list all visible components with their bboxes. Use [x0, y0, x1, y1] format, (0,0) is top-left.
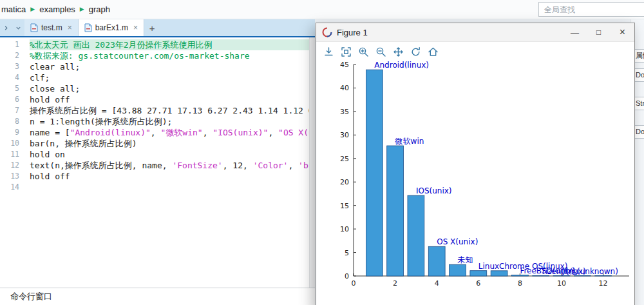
code-line[interactable]: 10bar(n, 操作系统所占比例)	[0, 138, 310, 149]
minimize-button[interactable]: —	[563, 23, 587, 41]
bar	[387, 146, 404, 276]
code-text: hold off	[30, 171, 310, 182]
command-window-header[interactable]: 命令行窗口	[0, 288, 315, 305]
line-number: 6	[0, 94, 30, 105]
plot-canvas[interactable]: 051015202530354045024681012Android(linux…	[316, 61, 634, 305]
zoom-in-icon	[358, 46, 369, 57]
pan-icon	[393, 46, 404, 57]
rotate-icon	[410, 46, 421, 57]
bar-label: 未知	[458, 255, 473, 264]
x-tick-label: 4	[435, 279, 439, 288]
tab-barex1-m[interactable]: barEx1.m ×	[79, 19, 144, 36]
close-button[interactable]: ×	[611, 23, 634, 41]
chevron-down-icon[interactable]	[12, 19, 24, 36]
close-tab-icon[interactable]: ×	[133, 23, 138, 32]
bar	[366, 70, 383, 276]
figure-titlebar[interactable]: Figure 1 — □ ×	[316, 23, 634, 42]
x-tick-label: 0	[352, 279, 356, 288]
code-text: clf;	[30, 72, 310, 83]
tab-label: test.m	[41, 23, 62, 32]
code-line[interactable]: 6hold off	[0, 94, 310, 105]
line-number: 7	[0, 105, 30, 116]
line-number: 8	[0, 116, 30, 127]
home-button[interactable]	[428, 46, 439, 57]
code-line[interactable]: 7操作系统所占比例 = [43.88 27.71 17.13 6.27 2.43…	[0, 105, 310, 116]
y-tick-label: 5	[345, 249, 349, 257]
y-tick-label: 45	[340, 61, 349, 69]
code-text: close all;	[30, 83, 310, 94]
fit-to-window-button[interactable]	[341, 46, 352, 57]
code-line[interactable]: 14	[0, 182, 310, 193]
chevron-right-icon[interactable]	[0, 19, 12, 36]
tab-test-m[interactable]: test.m ×	[24, 19, 79, 36]
breadcrumb-item[interactable]: matica	[1, 5, 26, 14]
x-tick-label: 12	[599, 279, 608, 288]
figure-window[interactable]: Figure 1 — □ ×	[316, 23, 635, 305]
code-editor[interactable]: 1%北太天元 画出 2023年2月份操作系统使用比例2%数据来源: gs.sta…	[0, 37, 310, 288]
zoom-out-icon	[375, 46, 386, 57]
new-tab-button[interactable]: +	[144, 19, 160, 36]
bar-label: 其他(unknown)	[562, 267, 618, 276]
close-tab-icon[interactable]: ×	[68, 23, 72, 32]
command-window-title: 命令行窗口	[10, 291, 52, 302]
global-search-input[interactable]	[538, 2, 644, 17]
maximize-button[interactable]: □	[587, 23, 611, 41]
export-button[interactable]	[323, 46, 334, 57]
bar	[511, 275, 528, 276]
editor-scrollbar[interactable]	[309, 37, 315, 288]
line-number: 2	[0, 50, 30, 61]
breadcrumb-item[interactable]: graph	[89, 5, 110, 14]
app-logo-icon	[322, 27, 332, 37]
breadcrumb-item[interactable]: examples	[39, 5, 75, 14]
y-tick-label: 25	[340, 155, 349, 163]
zoom-out-button[interactable]	[375, 46, 386, 57]
line-number: 3	[0, 61, 30, 72]
breadcrumb-separator-icon: ▶	[30, 6, 35, 12]
code-line[interactable]: 3clear all;	[0, 61, 310, 72]
line-number: 9	[0, 127, 30, 138]
pan-button[interactable]	[393, 46, 404, 57]
code-line[interactable]: 5close all;	[0, 83, 310, 94]
code-line[interactable]: 12text(n,操作系统所占比例, name, 'FontSize', 12,…	[0, 160, 310, 171]
code-line[interactable]: 4clf;	[0, 72, 310, 83]
bar-label: Android(linux)	[374, 61, 429, 70]
code-line[interactable]: 2%数据来源: gs.statcounter.com/os-market-sha…	[0, 50, 310, 61]
y-tick-label: 35	[340, 108, 349, 116]
y-tick-label: 10	[340, 225, 349, 233]
bar-label: IOS(unix)	[416, 186, 452, 195]
x-tick-label: 2	[393, 279, 397, 288]
code-line[interactable]: 8n = 1:length(操作系统所占比例);	[0, 116, 310, 127]
code-text: clear all;	[30, 61, 310, 72]
bar	[408, 195, 424, 276]
y-tick-label: 40	[340, 84, 349, 92]
line-number: 5	[0, 83, 30, 94]
file-icon	[84, 23, 92, 32]
x-tick-label: 6	[476, 279, 480, 288]
bar	[470, 271, 487, 276]
line-number: 1	[0, 39, 30, 50]
app-window: matica ▶ examples ▶ graph test.m ×	[0, 0, 644, 305]
code-line[interactable]: 13hold off	[0, 171, 310, 182]
window-controls: — □ ×	[563, 23, 634, 41]
fit-icon	[341, 46, 352, 57]
code-text: %北太天元 画出 2023年2月份操作系统使用比例	[30, 39, 310, 50]
line-number: 10	[0, 138, 30, 149]
home-icon	[428, 46, 439, 57]
y-tick-label: 30	[340, 131, 349, 139]
editor-pane: test.m × barEx1.m × + 1%北太天元 画出 2023年2月份…	[0, 19, 315, 305]
rotate-button[interactable]	[410, 46, 421, 57]
zoom-in-button[interactable]	[358, 46, 369, 57]
code-line[interactable]: 1%北太天元 画出 2023年2月份操作系统使用比例	[0, 39, 310, 50]
bar-label: OS X(unix)	[437, 237, 478, 246]
x-tick-label: 8	[518, 279, 522, 288]
code-line[interactable]: 9name = ["Android(linux)", "微软win", "IOS…	[0, 127, 310, 138]
line-number: 11	[0, 149, 30, 160]
export-icon	[323, 46, 334, 57]
top-toolbar: matica ▶ examples ▶ graph	[0, 0, 644, 19]
code-text: 操作系统所占比例 = [43.88 27.71 17.13 6.27 2.43 …	[30, 105, 310, 116]
code-line[interactable]: 11hold on	[0, 149, 310, 160]
figure-title: Figure 1	[337, 28, 368, 37]
code-lines: 1%北太天元 画出 2023年2月份操作系统使用比例2%数据来源: gs.sta…	[0, 39, 310, 193]
code-text: bar(n, 操作系统所占比例)	[30, 138, 310, 149]
code-text: hold on	[30, 149, 310, 160]
